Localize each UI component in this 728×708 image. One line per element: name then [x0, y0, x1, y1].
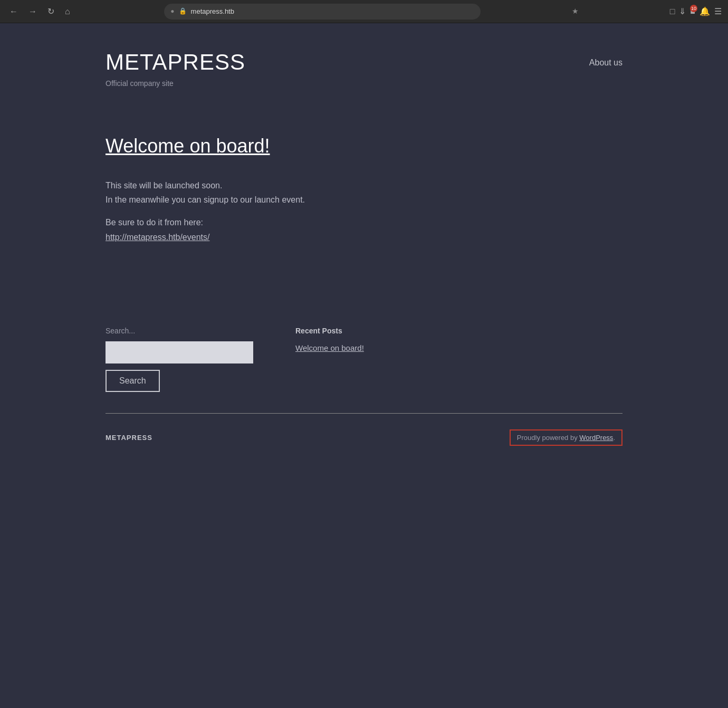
- site-main: Welcome on board! This site will be laun…: [106, 103, 622, 295]
- recent-posts-list: Welcome on board!: [295, 343, 443, 353]
- recent-posts-title: Recent Posts: [295, 327, 443, 335]
- post-paragraph-1: This site will be launched soon. In the …: [106, 178, 622, 207]
- site-header: METAPRESS Official company site About us: [106, 23, 622, 103]
- pocket-icon[interactable]: □: [670, 7, 675, 16]
- extension-badge: 10: [690, 5, 697, 12]
- recent-posts-widget: Recent Posts Welcome on board!: [295, 327, 443, 353]
- browser-chrome: ← → ↻ ⌂ ● 🔒 metapress.htb ★ □ ⇓ ■ 10 🔔 ☰: [0, 0, 728, 23]
- footer-credit-text: Proudly powered by: [517, 434, 580, 442]
- search-widget: Search... Search: [106, 327, 253, 392]
- browser-toolbar: □ ⇓ ■ 10 🔔 ☰: [670, 6, 722, 16]
- post-title: Welcome on board!: [106, 135, 622, 157]
- search-button[interactable]: Search: [106, 370, 160, 392]
- forward-button[interactable]: →: [25, 5, 40, 18]
- site-branding: METAPRESS Official company site: [106, 50, 245, 88]
- footer-title: METAPRESS: [106, 434, 152, 442]
- menu-icon[interactable]: ☰: [714, 6, 722, 16]
- search-label: Search...: [106, 327, 253, 335]
- download-icon[interactable]: ⇓: [679, 6, 686, 16]
- bookmark-icon[interactable]: ★: [572, 7, 579, 16]
- nav-about-us[interactable]: About us: [589, 58, 622, 67]
- site-nav: About us: [589, 50, 622, 68]
- post-paragraph-2: Be sure to do it from here: http://metap…: [106, 215, 622, 244]
- address-bar[interactable]: ● 🔒 metapress.htb: [164, 4, 481, 20]
- url-text: metapress.htb: [191, 7, 234, 15]
- lock-icon: 🔒: [179, 7, 187, 15]
- events-link[interactable]: http://metapress.htb/events/: [106, 233, 209, 242]
- site-footer: METAPRESS Proudly powered by WordPress.: [106, 414, 622, 467]
- footer-credit-suffix: .: [613, 434, 615, 442]
- security-icon: ●: [170, 7, 174, 15]
- notification-icon[interactable]: 🔔: [700, 6, 710, 16]
- post-content: This site will be launched soon. In the …: [106, 178, 622, 244]
- wordpress-link[interactable]: WordPress: [579, 434, 613, 442]
- home-button[interactable]: ⌂: [62, 5, 73, 18]
- search-input[interactable]: [106, 341, 253, 363]
- site-tagline: Official company site: [106, 79, 245, 88]
- back-button[interactable]: ←: [6, 5, 21, 18]
- site-title: METAPRESS: [106, 50, 245, 75]
- extension-icon[interactable]: ■ 10: [690, 7, 695, 16]
- refresh-button[interactable]: ↻: [44, 4, 58, 18]
- widgets-area: Search... Search Recent Posts Welcome on…: [106, 295, 622, 413]
- site-wrapper: METAPRESS Official company site About us…: [74, 23, 654, 467]
- footer-credit: Proudly powered by WordPress.: [510, 429, 622, 446]
- recent-post-link[interactable]: Welcome on board!: [295, 343, 364, 352]
- list-item: Welcome on board!: [295, 343, 443, 353]
